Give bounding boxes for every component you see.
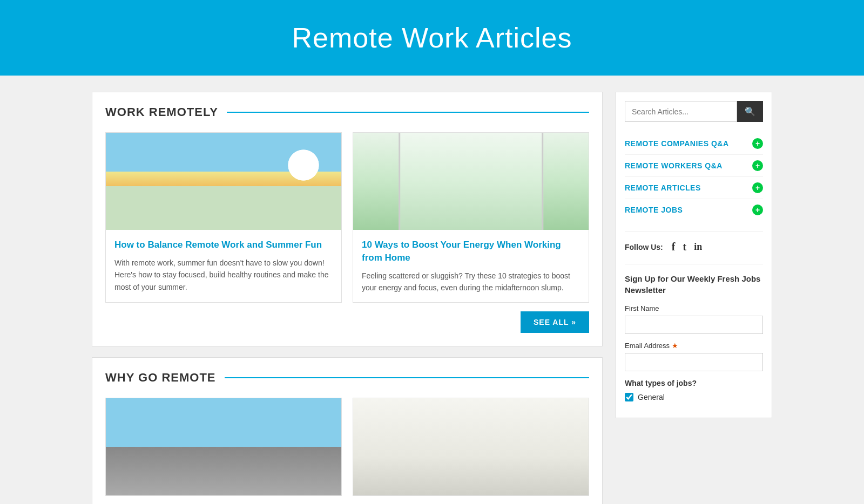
search-input[interactable] <box>625 101 737 122</box>
general-checkbox-label: General <box>638 393 665 401</box>
article-2-image <box>353 133 589 230</box>
nav-link-remote-jobs[interactable]: REMOTE JOBS + <box>625 199 763 221</box>
section-title-work-remotely: WORK REMOTELY <box>105 105 589 119</box>
nav-link-remote-articles-label: REMOTE ARTICLES <box>625 183 701 192</box>
email-group: Email Address ★ <box>625 342 763 371</box>
article-card-4[interactable] <box>353 398 589 496</box>
page-header: Remote Work Articles <box>0 0 864 76</box>
work-remotely-title: WORK REMOTELY <box>105 105 218 119</box>
nav-link-remote-articles[interactable]: REMOTE ARTICLES + <box>625 177 763 199</box>
article-2-excerpt: Feeling scattered or sluggish? Try these… <box>362 270 580 294</box>
article-2-body: 10 Ways to Boost Your Energy When Workin… <box>353 230 589 302</box>
work-remotely-see-all-row: SEE ALL » <box>105 311 589 333</box>
work-remotely-article-grid: How to Balance Remote Work and Summer Fu… <box>105 132 589 303</box>
nav-link-add-icon-1: + <box>752 138 763 149</box>
sidebar-card: 🔍 REMOTE COMPANIES Q&A + REMOTE WORKERS … <box>616 92 772 418</box>
linkedin-icon[interactable]: in <box>694 241 702 253</box>
why-go-remote-section: WHY GO REMOTE <box>92 357 603 504</box>
search-button[interactable]: 🔍 <box>737 101 763 122</box>
first-name-group: First Name <box>625 304 763 334</box>
nav-link-add-icon-4: + <box>752 205 763 215</box>
general-checkbox-row: General <box>625 393 763 401</box>
article-1-title: How to Balance Remote Work and Summer Fu… <box>114 239 333 251</box>
nav-link-remote-workers[interactable]: REMOTE WORKERS Q&A + <box>625 155 763 177</box>
article-1-excerpt: With remote work, summer fun doesn't hav… <box>114 257 333 293</box>
work-remotely-section: WORK REMOTELY How to Balance Remote Work… <box>92 92 603 346</box>
page-title: Remote Work Articles <box>11 22 853 54</box>
section-title-why-go-remote: WHY GO REMOTE <box>105 371 589 385</box>
why-go-remote-article-grid <box>105 398 589 496</box>
email-input[interactable] <box>625 353 763 371</box>
article-card-2[interactable]: 10 Ways to Boost Your Energy When Workin… <box>353 132 589 303</box>
first-name-label: First Name <box>625 304 763 312</box>
nav-link-remote-jobs-label: REMOTE JOBS <box>625 206 683 214</box>
article-card-3[interactable] <box>105 398 342 496</box>
search-row: 🔍 <box>625 101 763 122</box>
required-star: ★ <box>672 342 678 350</box>
article-2-title: 10 Ways to Boost Your Energy When Workin… <box>362 239 580 264</box>
nav-link-add-icon-3: + <box>752 182 763 193</box>
general-checkbox[interactable] <box>625 393 633 401</box>
article-1-body: How to Balance Remote Work and Summer Fu… <box>106 230 341 302</box>
nav-link-remote-companies[interactable]: REMOTE COMPANIES Q&A + <box>625 133 763 155</box>
article-3-image <box>106 398 341 495</box>
follow-label: Follow Us: <box>625 243 663 251</box>
follow-row: Follow Us: f t in <box>625 231 763 253</box>
nav-link-add-icon-2: + <box>752 160 763 171</box>
newsletter-section: Sign Up for Our Weekly Fresh Jobs Newsle… <box>625 264 763 401</box>
jobs-type-label: What types of jobs? <box>625 379 763 387</box>
why-go-remote-title: WHY GO REMOTE <box>105 371 216 385</box>
sidebar: 🔍 REMOTE COMPANIES Q&A + REMOTE WORKERS … <box>616 92 772 418</box>
work-remotely-see-all-button[interactable]: SEE ALL » <box>521 311 589 333</box>
social-icons: f t in <box>672 241 702 253</box>
twitter-icon[interactable]: t <box>683 241 686 253</box>
nav-links: REMOTE COMPANIES Q&A + REMOTE WORKERS Q&… <box>625 133 763 221</box>
search-icon: 🔍 <box>745 107 755 116</box>
section-divider <box>227 112 589 113</box>
first-name-input[interactable] <box>625 316 763 334</box>
section-divider-2 <box>225 377 590 378</box>
content-area: WORK REMOTELY How to Balance Remote Work… <box>92 92 603 504</box>
main-container: WORK REMOTELY How to Balance Remote Work… <box>81 92 783 504</box>
article-4-image <box>353 398 589 495</box>
article-card-1[interactable]: How to Balance Remote Work and Summer Fu… <box>105 132 342 303</box>
article-1-image <box>106 133 341 230</box>
newsletter-title: Sign Up for Our Weekly Fresh Jobs Newsle… <box>625 273 763 296</box>
nav-link-remote-companies-label: REMOTE COMPANIES Q&A <box>625 139 729 148</box>
email-label: Email Address ★ <box>625 342 763 350</box>
jobs-type-group: What types of jobs? General <box>625 379 763 401</box>
nav-link-remote-workers-label: REMOTE WORKERS Q&A <box>625 161 723 170</box>
facebook-icon[interactable]: f <box>672 241 676 253</box>
